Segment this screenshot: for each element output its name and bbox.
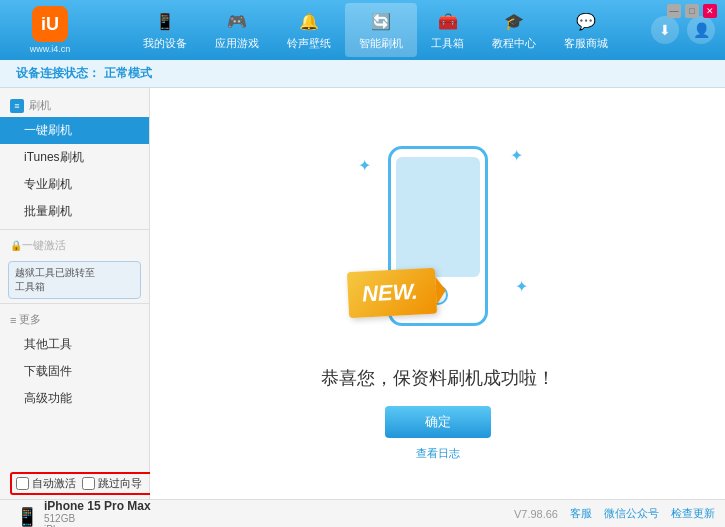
guide-label: 跳过向导	[98, 476, 142, 491]
close-button[interactable]: ✕	[703, 4, 717, 18]
nav-ringtones[interactable]: 🔔 铃声壁纸	[273, 3, 345, 57]
sidebar-other-tools[interactable]: 其他工具	[0, 331, 149, 358]
smart-flash-icon: 🔄	[369, 9, 393, 33]
auto-activate-checkbox[interactable]	[16, 477, 29, 490]
more-section-label: ≡	[10, 314, 16, 326]
sidebar-itunes-flash[interactable]: iTunes刷机	[0, 144, 149, 171]
user-button[interactable]: 👤	[687, 16, 715, 44]
maximize-button[interactable]: □	[685, 4, 699, 18]
activate-section-label: 一键激活	[22, 238, 66, 253]
phone-illustration: ✦ ✦ ✦ NEW.	[338, 126, 538, 346]
sidebar-advanced[interactable]: 高级功能	[0, 385, 149, 412]
phone-screen	[396, 157, 480, 277]
nav-smart-flash-label: 智能刷机	[359, 36, 403, 51]
sidebar: ≡ 刷机 一键刷机 iTunes刷机 专业刷机 批量刷机 🔒 一键激活 越狱工具…	[0, 88, 150, 499]
more-section-header: ≡ 更多	[0, 308, 149, 331]
nav-tutorial[interactable]: 🎓 教程中心	[478, 3, 550, 57]
content-area: ✦ ✦ ✦ NEW. 恭喜您，保资料刷机成功啦！ 确定 查看日志	[150, 88, 725, 499]
nav-service[interactable]: 💬 客服商城	[550, 3, 622, 57]
sidebar-pro-flash[interactable]: 专业刷机	[0, 171, 149, 198]
footer-right: V7.98.66 客服 微信公众号 检查更新	[514, 506, 715, 521]
header: iU www.i4.cn 📱 我的设备 🎮 应用游戏 🔔 铃声壁纸 🔄 智能刷机…	[0, 0, 725, 60]
main-layout: ≡ 刷机 一键刷机 iTunes刷机 专业刷机 批量刷机 🔒 一键激活 越狱工具…	[0, 88, 725, 499]
download-button[interactable]: ⬇	[651, 16, 679, 44]
main-nav: 📱 我的设备 🎮 应用游戏 🔔 铃声壁纸 🔄 智能刷机 🧰 工具箱 🎓	[100, 3, 651, 57]
auto-activate-section: 自动激活 跳过向导	[10, 472, 157, 495]
ringtones-icon: 🔔	[297, 9, 321, 33]
footer: 自动激活 跳过向导 📱 iPhone 15 Pro Max 512GB iPho…	[0, 499, 725, 527]
device-phone-icon: 📱	[16, 506, 38, 528]
footer-left: 自动激活 跳过向导 📱 iPhone 15 Pro Max 512GB iPho…	[10, 472, 157, 528]
device-info: iPhone 15 Pro Max 512GB iPhone	[44, 499, 151, 528]
device-storage: 512GB	[44, 513, 151, 524]
auto-activate-label: 自动激活	[32, 476, 76, 491]
version-label: V7.98.66	[514, 508, 558, 520]
device-type: iPhone	[44, 524, 151, 528]
connection-status-prefix: 设备连接状态：	[16, 65, 100, 82]
guide-checkbox-group: 跳过向导	[82, 476, 142, 491]
more-section-text: 更多	[19, 312, 41, 327]
nav-apps[interactable]: 🎮 应用游戏	[201, 3, 273, 57]
sparkle-bottom-right: ✦	[515, 277, 528, 296]
nav-smart-flash[interactable]: 🔄 智能刷机	[345, 3, 417, 57]
service-icon: 💬	[574, 9, 598, 33]
nav-toolbox[interactable]: 🧰 工具箱	[417, 3, 478, 57]
nav-service-label: 客服商城	[564, 36, 608, 51]
flash-section-icon: ≡	[10, 99, 24, 113]
sidebar-divider-1	[0, 229, 149, 230]
guide-checkbox[interactable]	[82, 477, 95, 490]
sidebar-note: 越狱工具已跳转至工具箱	[8, 261, 141, 299]
device-name: iPhone 15 Pro Max	[44, 499, 151, 513]
header-right: ⬇ 👤	[651, 16, 715, 44]
nav-toolbox-label: 工具箱	[431, 36, 464, 51]
nav-ringtones-label: 铃声壁纸	[287, 36, 331, 51]
app-logo: iU www.i4.cn	[10, 6, 90, 54]
minimize-button[interactable]: —	[667, 4, 681, 18]
activate-section-header: 🔒 一键激活	[0, 234, 149, 257]
nav-my-device[interactable]: 📱 我的设备	[129, 3, 201, 57]
logo-url: www.i4.cn	[30, 44, 71, 54]
tutorial-icon: 🎓	[502, 9, 526, 33]
nav-my-device-label: 我的设备	[143, 36, 187, 51]
sidebar-download-firmware[interactable]: 下载固件	[0, 358, 149, 385]
window-controls: — □ ✕	[667, 4, 717, 18]
wechat-link[interactable]: 微信公众号	[604, 506, 659, 521]
sparkle-top-left: ✦	[358, 156, 371, 175]
auto-activate-checkbox-group: 自动激活	[16, 476, 76, 491]
sidebar-divider-2	[0, 303, 149, 304]
connection-status-value: 正常模式	[104, 65, 152, 82]
view-log-link[interactable]: 查看日志	[416, 446, 460, 461]
logo-icon: iU	[32, 6, 68, 42]
toolbox-icon: 🧰	[436, 9, 460, 33]
my-device-icon: 📱	[153, 9, 177, 33]
sidebar-one-key-flash[interactable]: 一键刷机	[0, 117, 149, 144]
confirm-button[interactable]: 确定	[385, 406, 491, 438]
apps-icon: 🎮	[225, 9, 249, 33]
lock-icon: 🔒	[10, 240, 22, 251]
footer-device: 📱 iPhone 15 Pro Max 512GB iPhone	[10, 497, 157, 528]
success-message: 恭喜您，保资料刷机成功啦！	[321, 366, 555, 390]
customer-service-link[interactable]: 客服	[570, 506, 592, 521]
flash-section-header: ≡ 刷机	[0, 94, 149, 117]
sidebar-batch-flash[interactable]: 批量刷机	[0, 198, 149, 225]
new-badge: NEW.	[346, 268, 436, 319]
sparkle-top-right: ✦	[510, 146, 523, 165]
flash-section-label: 刷机	[29, 98, 51, 113]
sub-header: 设备连接状态： 正常模式	[0, 60, 725, 88]
check-update-link[interactable]: 检查更新	[671, 506, 715, 521]
nav-tutorial-label: 教程中心	[492, 36, 536, 51]
nav-apps-label: 应用游戏	[215, 36, 259, 51]
